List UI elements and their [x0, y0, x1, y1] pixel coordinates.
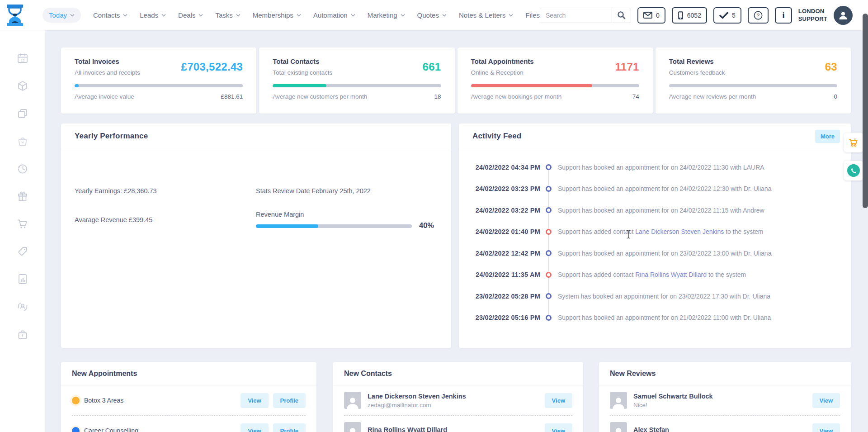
chevron-down-icon	[351, 14, 355, 17]
briefcase-lock-icon[interactable]	[17, 328, 28, 340]
basket-icon[interactable]	[17, 135, 28, 147]
contact-link[interactable]: Rina Rollins Wyatt Dillard	[635, 271, 707, 278]
timeline-dot	[546, 293, 552, 299]
mail-count: 0	[656, 12, 660, 19]
nav-item-automation[interactable]: Automation	[313, 11, 355, 19]
reviewer-name: Samuel Schwartz Bullock	[633, 393, 713, 400]
stat-footer-value: 18	[434, 93, 441, 100]
nav-item-notes-letters[interactable]: Notes & Letters	[459, 11, 513, 19]
nav-label: Contacts	[93, 11, 120, 19]
stat-title: Total Appointments	[471, 57, 534, 65]
nav-item-memberships[interactable]: Memberships	[253, 11, 301, 19]
calendar-icon[interactable]: 12	[17, 52, 28, 64]
history-icon[interactable]	[17, 163, 28, 175]
stat-footer-value: 74	[632, 93, 639, 100]
svg-text:?: ?	[757, 13, 760, 18]
info-button[interactable]: i	[775, 7, 792, 24]
nav-label: Automation	[313, 11, 348, 19]
nav-item-tasks[interactable]: Tasks	[215, 11, 240, 19]
view-button[interactable]: View	[812, 423, 840, 432]
tasks-badge[interactable]: 5	[713, 7, 741, 24]
appointment-row: Career Counselling View Profile	[61, 416, 316, 432]
view-button[interactable]: View	[812, 393, 840, 408]
vertical-scrollbar[interactable]	[863, 14, 868, 208]
text-cursor	[626, 230, 631, 239]
mail-badge[interactable]: 0	[637, 7, 665, 24]
timeline-dot	[546, 207, 552, 213]
svg-text:12: 12	[21, 58, 24, 62]
feed-text: Support has booked an appointment for on…	[558, 314, 771, 321]
nav-item-deals[interactable]: Deals	[178, 11, 203, 19]
search-button[interactable]	[612, 8, 631, 23]
view-button[interactable]: View	[545, 423, 572, 432]
stat-value: 661	[423, 61, 441, 73]
view-button[interactable]: View	[241, 423, 268, 432]
more-button[interactable]: More	[815, 130, 840, 143]
contact-row: Rina Rollins Wyatt Dillard View	[333, 416, 583, 432]
nav-label: Quotes	[417, 11, 439, 19]
package-icon[interactable]	[17, 80, 28, 92]
report-icon[interactable]	[17, 273, 28, 285]
contact-link[interactable]: Lane Dickerson Steven Jenkins	[635, 228, 724, 235]
chevron-down-icon	[123, 14, 127, 17]
review-row: Alex Stefan View	[599, 416, 851, 432]
gift-icon[interactable]	[17, 190, 28, 202]
appointment-label: Botox 3 Areas	[84, 397, 123, 404]
price-tag-icon[interactable]	[17, 246, 28, 257]
chevron-down-icon	[442, 14, 447, 17]
feed-item: 24/02/2022 03:23 PM Support has booked a…	[459, 178, 851, 200]
cart-icon[interactable]	[17, 218, 28, 230]
feed-text: Support has added contact Rina Rollins W…	[558, 271, 746, 278]
feed-timestamp: 24/02/2022 04:34 PM	[472, 164, 540, 171]
status-dot	[72, 427, 80, 432]
appointment-row: Botox 3 Areas View Profile	[61, 385, 316, 415]
svg-text:i: i	[782, 11, 784, 20]
avatar	[344, 422, 361, 432]
floating-phone-button[interactable]	[844, 161, 863, 180]
account-sync-icon[interactable]	[17, 301, 28, 313]
envelope-icon	[643, 12, 652, 19]
help-button[interactable]: ?	[748, 7, 769, 24]
nav-label: Deals	[178, 11, 195, 19]
question-mark-icon: ?	[754, 11, 763, 20]
user-avatar[interactable]	[834, 6, 853, 25]
nav-item-marketing[interactable]: Marketing	[368, 11, 405, 19]
profile-button[interactable]: Profile	[273, 393, 306, 408]
appointment-label: Career Counselling	[84, 427, 138, 432]
nav-item-today[interactable]: Today	[42, 8, 81, 23]
stat-footer-label: Average invoice value	[75, 93, 134, 100]
topbar-actions: 0 6052 5 ? i LO	[540, 6, 868, 25]
tasks-count: 5	[732, 12, 736, 19]
feed-item: 24/02/2022 01:40 PM Support has added co…	[459, 221, 851, 243]
nav-label: Marketing	[368, 11, 397, 19]
floating-cart-button[interactable]	[844, 133, 863, 152]
profile-button[interactable]: Profile	[273, 423, 306, 432]
feed-text-before: Support has booked an appointment for on…	[558, 164, 764, 171]
activity-feed-panel: Activity Feed More 24/02/2022 04:34 PM S…	[459, 123, 851, 348]
progress-fill	[75, 84, 79, 87]
cart-icon	[848, 137, 859, 148]
nav-item-quotes[interactable]: Quotes	[417, 11, 447, 19]
view-button[interactable]: View	[241, 393, 268, 408]
nav-item-leads[interactable]: Leads	[140, 11, 166, 19]
avatar	[344, 392, 361, 409]
view-button[interactable]: View	[545, 393, 572, 408]
phone-badge[interactable]: 6052	[672, 7, 707, 24]
progress-fill	[471, 84, 592, 87]
app-logo[interactable]	[0, 5, 30, 26]
yearly-performance-panel: Yearly Performance Yearly Earnings: £28,…	[61, 123, 451, 348]
search-input[interactable]	[540, 8, 612, 23]
feed-text: Support has booked an appointment for on…	[558, 185, 771, 192]
search-icon	[617, 11, 626, 19]
person-icon	[612, 395, 625, 409]
feed-timestamp: 23/02/2022 05:28 PM	[472, 293, 540, 300]
feed-text-before: Support has booked an appointment for on…	[558, 207, 764, 214]
feed-text: Support has booked an appointment for on…	[558, 164, 764, 171]
nav-item-contacts[interactable]: Contacts	[93, 11, 127, 19]
feed-timestamp: 24/02/2022 03:23 PM	[472, 185, 540, 192]
nav-item-files[interactable]: Files	[525, 11, 540, 19]
stat-footer-label: Average new reviews per month	[669, 93, 756, 100]
contact-row: Lane Dickerson Steven Jenkins zedagi@mai…	[333, 385, 583, 415]
copy-icon[interactable]	[17, 108, 28, 119]
stats-review-date: Stats Review Date February 25th, 2022	[256, 187, 371, 195]
